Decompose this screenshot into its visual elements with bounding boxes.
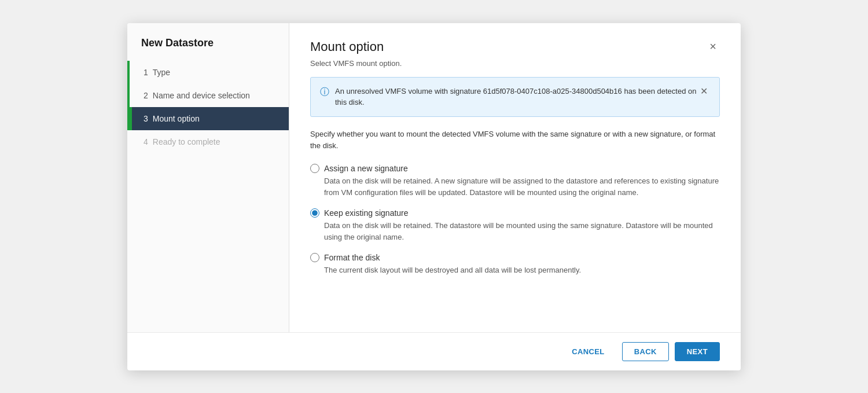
main-content: Mount option × Select VMFS mount option.… (289, 23, 741, 332)
info-box: ⓘ An unresolved VMFS volume with signatu… (310, 77, 720, 117)
radio-label-format[interactable]: Format the disk (310, 253, 720, 262)
step3-num: 3 (144, 114, 148, 123)
radio-option-assign: Assign a new signature Data on the disk … (310, 164, 720, 198)
sidebar-item-type[interactable]: 1 Type (127, 61, 289, 84)
main-header: Mount option × (310, 39, 720, 54)
info-close-button[interactable]: ✕ (698, 86, 710, 97)
radio-label-text-keep: Keep existing signature (324, 208, 409, 218)
sidebar-item-ready: 4 Ready to complete (127, 130, 289, 153)
radio-desc-format: The current disk layout will be destroye… (324, 265, 720, 276)
radio-input-assign[interactable] (310, 164, 319, 173)
info-box-content: ⓘ An unresolved VMFS volume with signatu… (320, 86, 698, 108)
next-button[interactable]: NEXT (675, 342, 720, 361)
radio-desc-assign: Data on the disk will be retained. A new… (324, 175, 720, 198)
radio-desc-keep: Data on the disk will be retained. The d… (324, 220, 720, 243)
step3-label: Mount option (153, 114, 200, 123)
step1-label: Type (153, 68, 170, 77)
radio-label-keep[interactable]: Keep existing signature (310, 208, 720, 218)
description: Specify whether you want to mount the de… (310, 128, 720, 153)
sidebar-steps: 1 Type 2 Name and device selection 3 Mou… (127, 61, 289, 153)
step2-num: 2 (144, 91, 148, 100)
info-icon: ⓘ (320, 86, 329, 98)
radio-label-assign[interactable]: Assign a new signature (310, 164, 720, 173)
back-button[interactable]: BACK (622, 342, 669, 361)
radio-input-format[interactable] (310, 253, 319, 262)
step2-label: Name and device selection (153, 91, 250, 100)
subtitle: Select VMFS mount option. (310, 59, 720, 68)
radio-input-keep[interactable] (310, 208, 319, 218)
sidebar-item-mount-option[interactable]: 3 Mount option (127, 107, 289, 130)
step1-num: 1 (144, 68, 148, 77)
radio-label-text-format: Format the disk (324, 253, 380, 262)
sidebar-item-name-device[interactable]: 2 Name and device selection (127, 84, 289, 107)
sidebar-title: New Datastore (127, 37, 289, 61)
info-box-text: An unresolved VMFS volume with signature… (335, 86, 698, 108)
step4-label: Ready to complete (153, 137, 220, 146)
close-button[interactable]: × (706, 39, 720, 53)
page-title: Mount option (310, 39, 384, 54)
sidebar: New Datastore 1 Type 2 Name and device s… (127, 23, 289, 332)
cancel-button[interactable]: CANCEL (560, 343, 616, 361)
new-datastore-dialog: New Datastore 1 Type 2 Name and device s… (127, 23, 741, 370)
radio-group: Assign a new signature Data on the disk … (310, 164, 720, 318)
radio-option-keep: Keep existing signature Data on the disk… (310, 208, 720, 243)
dialog-footer: CANCEL BACK NEXT (127, 332, 741, 370)
step4-num: 4 (144, 137, 148, 146)
radio-label-text-assign: Assign a new signature (324, 164, 408, 173)
radio-option-format: Format the disk The current disk layout … (310, 253, 720, 276)
